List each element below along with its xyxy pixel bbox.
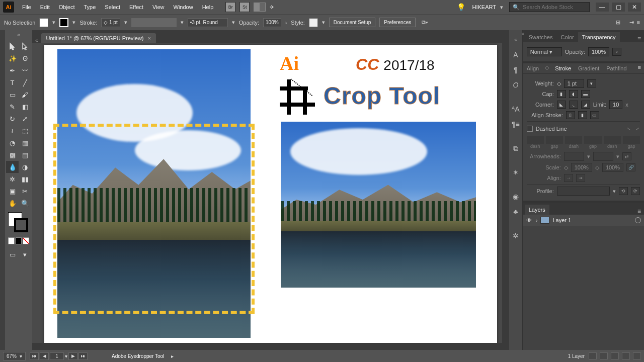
placed-image-left[interactable] — [57, 49, 251, 338]
artboard-number-input[interactable]: 1 — [50, 352, 64, 360]
tab-stroke[interactable]: Stroke — [554, 64, 572, 72]
layer-visibility-icon[interactable]: 👁 — [526, 217, 533, 223]
align-icons[interactable]: ⇥≡ — [629, 19, 640, 26]
char-styles-panel-icon[interactable]: ᴬA — [510, 104, 522, 115]
tab-align[interactable]: Align — [526, 64, 540, 72]
hint-bulb-icon[interactable]: 💡 — [457, 3, 465, 11]
layer-expand-icon[interactable]: › — [536, 217, 538, 223]
column-graph-tool[interactable]: ▮▮ — [19, 173, 31, 185]
arrow-end[interactable] — [593, 152, 613, 161]
color-mode-solid[interactable] — [8, 237, 15, 244]
stock-search[interactable]: 🔍 — [509, 2, 590, 12]
gpu-icon[interactable]: ✈ — [270, 4, 274, 11]
color-mode-gradient[interactable] — [16, 237, 22, 244]
align-stroke-inside-icon[interactable]: ▮ — [578, 111, 587, 119]
last-artboard-button[interactable]: ⏭ — [78, 352, 88, 360]
gap-2[interactable] — [584, 136, 601, 144]
blend-tool[interactable]: ◑ — [19, 161, 31, 173]
flip-along-icon[interactable]: ⟲ — [619, 187, 628, 195]
menu-type[interactable]: Type — [80, 2, 100, 12]
scrollbar-horizontal[interactable] — [32, 343, 509, 350]
tool-readout-caret-icon[interactable]: ▸ — [171, 353, 174, 359]
dash-align-icon[interactable]: ⟋ — [634, 126, 640, 132]
tab-swatches[interactable]: Swatches — [525, 32, 557, 42]
stroke-panel-menu-icon[interactable]: ≡ — [638, 64, 641, 72]
delete-layer-icon[interactable] — [633, 352, 641, 359]
transform-icon[interactable]: ⊞ — [616, 19, 620, 26]
chev-left-icon[interactable]: « — [510, 34, 522, 45]
layer-row[interactable]: 👁 › Layer 1 — [523, 215, 644, 226]
first-artboard-button[interactable]: ⏮ — [30, 352, 39, 360]
link-scale-icon[interactable]: 🔗 — [626, 163, 635, 171]
magic-wand-tool[interactable]: ✨ — [6, 52, 19, 64]
rectangle-tool[interactable]: ▭ — [6, 88, 19, 101]
hand-tool[interactable]: ✋ — [6, 197, 19, 209]
layers-panel-menu-icon[interactable]: ≡ — [634, 208, 644, 215]
style-swatch[interactable] — [309, 18, 318, 27]
dash-1[interactable] — [527, 136, 544, 144]
menu-effect[interactable]: Effect — [125, 2, 147, 12]
tab-gradient[interactable]: Gradient — [577, 64, 600, 72]
opentype-panel-icon[interactable]: O — [510, 79, 522, 90]
free-transform-tool[interactable]: ⬚ — [19, 125, 31, 137]
prev-artboard-button[interactable]: ◀ — [40, 352, 49, 360]
gradient-tool[interactable]: ▤ — [19, 149, 31, 161]
screen-mode-icon[interactable]: ▭ — [6, 248, 19, 260]
menu-window[interactable]: Window — [170, 2, 197, 12]
para-styles-panel-icon[interactable]: ¶≡ — [510, 119, 522, 130]
brush-def[interactable]: • 3 pt. Round — [188, 18, 228, 27]
tab-transparency[interactable]: Transparency — [578, 32, 620, 42]
menu-view[interactable]: View — [148, 2, 169, 12]
type-tool[interactable]: T — [6, 76, 19, 88]
arrow-scale-start[interactable]: 100% — [571, 163, 592, 172]
line-segment-tool[interactable]: ╱ — [19, 76, 31, 88]
color-mode-swatches[interactable] — [8, 237, 29, 244]
arrange-docs-icon[interactable] — [254, 3, 266, 12]
pathfinder-panel-icon[interactable]: ⧉ — [510, 143, 522, 154]
align-stroke-center-icon[interactable]: ▯ — [566, 111, 575, 119]
symbols-panel-icon[interactable]: ✲ — [510, 230, 522, 241]
limit-input[interactable]: 10 — [609, 100, 622, 109]
window-close-button[interactable]: ✕ — [628, 3, 641, 12]
menu-select[interactable]: Select — [101, 2, 124, 12]
perspective-grid-tool[interactable]: ▦ — [19, 137, 31, 149]
dash-2[interactable] — [565, 136, 582, 144]
direct-selection-tool[interactable] — [19, 40, 31, 52]
curvature-tool[interactable]: 〰 — [19, 64, 31, 76]
zoom-select[interactable]: 67%▾ — [3, 352, 26, 360]
opacity-input[interactable]: 100% — [263, 18, 281, 27]
opacity-caret-icon[interactable]: › — [285, 20, 287, 26]
placed-image-right[interactable] — [281, 122, 476, 288]
rotate-tool[interactable]: ↻ — [6, 113, 19, 125]
shape-builder-tool[interactable]: ◔ — [6, 137, 19, 149]
eyedropper-tool[interactable]: 💧 — [6, 161, 19, 173]
stroke-weight-caret-icon[interactable]: ▾ — [124, 19, 127, 26]
eraser-tool[interactable]: ◧ — [19, 101, 31, 113]
weight-input[interactable]: 1 pt — [564, 79, 584, 88]
stock-icon[interactable]: St — [239, 2, 250, 12]
character-panel-icon[interactable]: A — [510, 49, 522, 60]
align-to-icon[interactable]: ⧉▾ — [422, 19, 428, 26]
window-maximize-button[interactable]: ▢ — [612, 3, 625, 12]
layer-target-icon[interactable] — [635, 217, 641, 223]
appearance-panel-icon[interactable]: ◉ — [510, 191, 522, 202]
menu-edit[interactable]: Edit — [36, 2, 54, 12]
make-clipping-mask-icon[interactable] — [600, 352, 608, 359]
arrow-align-end-icon[interactable]: ⇥ — [576, 174, 585, 182]
paintbrush-tool[interactable]: 🖌 — [19, 88, 31, 101]
opacity-expand-icon[interactable]: › — [612, 48, 621, 56]
mesh-tool[interactable]: ▩ — [6, 149, 19, 161]
arrow-scale-end[interactable]: 100% — [602, 163, 623, 172]
corner-bevel-icon[interactable]: ◢ — [581, 101, 590, 109]
paragraph-panel-icon[interactable]: ¶ — [510, 64, 522, 75]
stroke-caret-icon[interactable]: ▾ — [72, 19, 75, 26]
links-panel-icon[interactable]: ✶ — [510, 167, 522, 178]
fill-swatch[interactable] — [39, 18, 48, 27]
panel-menu-icon[interactable]: ≡ — [634, 35, 644, 42]
scrollbar-vertical[interactable] — [502, 43, 509, 343]
tools-collapse-icon[interactable]: « — [6, 32, 31, 40]
bridge-icon[interactable]: Br — [225, 2, 235, 12]
menu-help[interactable]: Help — [198, 2, 218, 12]
pen-tool[interactable]: ✒ — [6, 64, 19, 76]
slice-tool[interactable]: ✂ — [19, 185, 31, 197]
